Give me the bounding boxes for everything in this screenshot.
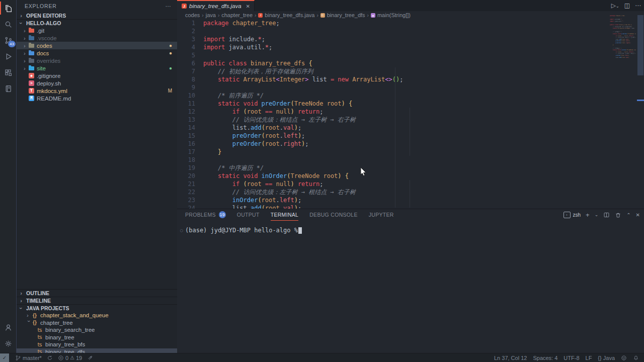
- search-activity-button[interactable]: [0, 16, 16, 32]
- extensions-activity-button[interactable]: [0, 64, 16, 80]
- code-line-15[interactable]: 15 preOrder(root.left);: [177, 132, 644, 140]
- code-line-21[interactable]: 21 if (root == null) return;: [177, 180, 644, 188]
- java-project-item-binary_tree[interactable]: ʦbinary_tree: [17, 334, 177, 341]
- java-project-label: chapter_tree: [40, 320, 73, 326]
- indentation[interactable]: Spaces: 4: [533, 355, 557, 361]
- file-tree-item-overrides[interactable]: ›overrides: [17, 57, 177, 64]
- code-line-4[interactable]: 4import java.util.*;: [177, 43, 644, 51]
- breadcrumb-item[interactable]: ◈main(String[]): [371, 12, 411, 18]
- code-line-22[interactable]: 22 // 访问优先级：左子树 → 根结点 → 右子树: [177, 188, 644, 196]
- java-project-item-chapter_tree[interactable]: ›{}chapter_tree: [17, 319, 177, 327]
- breadcrumb-item[interactable]: Jbinary_tree_dfs.java: [258, 12, 314, 18]
- code-line-10[interactable]: 10 /* 前序遍历 */: [177, 92, 644, 100]
- sync-button[interactable]: [47, 355, 53, 361]
- code-line-13[interactable]: 13 // 访问优先级：根结点 → 左子树 → 右子树: [177, 116, 644, 124]
- code-line-20[interactable]: 20 static void inOrder(TreeNode root) {: [177, 172, 644, 180]
- java-projects-section[interactable]: › JAVA PROJECTS: [17, 304, 177, 312]
- code-editor[interactable]: 1package chapter_tree;23import include.*…: [177, 19, 644, 209]
- run-debug-activity-button[interactable]: [0, 48, 16, 64]
- code-line-17[interactable]: 17 }: [177, 148, 644, 156]
- tab-binary-tree-dfs[interactable]: J binary_tree_dfs.java ✕: [177, 0, 255, 11]
- outline-section[interactable]: › OUTLINE: [17, 289, 177, 297]
- java-class-icon: ʦ: [37, 341, 43, 348]
- code-line-23[interactable]: 23 inOrder(root.left);: [177, 196, 644, 204]
- more-actions-icon[interactable]: ⋯: [635, 2, 641, 9]
- line-number: 12: [177, 108, 195, 116]
- code-line-11[interactable]: 11 static void preOrder(TreeNode root) {: [177, 100, 644, 108]
- terminal[interactable]: ○ (base) jyd@JYD-MBP hello-algo %: [180, 227, 302, 234]
- breadcrumb-item[interactable]: java: [206, 12, 216, 18]
- file-tree-item-.gitignore[interactable]: ◆.gitignore: [17, 72, 177, 79]
- sync-icon: [47, 355, 53, 361]
- notebook-activity-button[interactable]: [0, 80, 16, 97]
- file-tree-item-deploy.sh[interactable]: >deploy.sh: [17, 79, 177, 87]
- source-control-activity-button[interactable]: 43: [0, 32, 16, 48]
- split-editor-icon[interactable]: ◫: [624, 2, 630, 9]
- cursor-position[interactable]: Ln 37, Col 12: [494, 355, 527, 361]
- more-actions-icon[interactable]: ⋯: [166, 3, 171, 9]
- panel-tab-output[interactable]: OUTPUT: [237, 209, 260, 220]
- minimap[interactable]: package chapter_tree;import include.*;im…: [602, 15, 636, 61]
- breadcrumb-item[interactable]: chapter_tree: [221, 12, 253, 18]
- file-tree-item-mkdocs.yml[interactable]: Ymkdocs.ymlM: [17, 87, 177, 95]
- remote-indicator[interactable]: ✓: [0, 353, 9, 362]
- panel-tab-problems[interactable]: PROBLEMS19: [185, 209, 226, 220]
- code-line-24[interactable]: 24 list.add(root.val);: [177, 204, 644, 209]
- code-line-19[interactable]: 19 /* 中序遍历 */: [177, 164, 644, 172]
- code-line-3[interactable]: 3import include.*;: [177, 35, 644, 43]
- file-tree-item-.vscode[interactable]: ›.vscode: [17, 34, 177, 42]
- code-line-18[interactable]: 18: [177, 156, 644, 164]
- close-panel-icon[interactable]: ✕: [636, 212, 640, 218]
- explorer-activity-button[interactable]: [0, 0, 16, 16]
- git-branch-status[interactable]: master*: [15, 355, 42, 361]
- editor-scrollbar[interactable]: [637, 11, 644, 209]
- folder-icon: [29, 66, 34, 70]
- code-line-5[interactable]: 5: [177, 51, 644, 59]
- encoding[interactable]: UTF-8: [564, 355, 579, 361]
- java-project-item-binary_tree_bfs[interactable]: ʦbinary_tree_bfs: [17, 341, 177, 348]
- vscode-window: 43 EXPLORER ⋯ › OPEN EDITORS › HELLO-ALG…: [0, 0, 644, 362]
- run-button[interactable]: ▷⌄: [611, 2, 619, 9]
- shell-file-icon: >: [29, 80, 34, 86]
- code-line-7[interactable]: 7 // 初始化列表，用于存储遍历序列: [177, 67, 644, 75]
- kill-terminal-icon[interactable]: [615, 212, 621, 218]
- panel-tab-jupyter[interactable]: JUPYTER: [369, 209, 394, 220]
- file-tree-item-site[interactable]: ›site●: [17, 64, 177, 72]
- code-line-12[interactable]: 12 if (root == null) return;: [177, 108, 644, 116]
- file-tree-item-docs[interactable]: ›docs●: [17, 49, 177, 57]
- code-line-16[interactable]: 16 preOrder(root.right);: [177, 140, 644, 148]
- breadcrumb-item[interactable]: codes: [185, 12, 200, 18]
- new-terminal-icon[interactable]: +: [586, 211, 590, 219]
- code-line-1[interactable]: 1package chapter_tree;: [177, 19, 644, 27]
- code-line-6[interactable]: 6public class binary_tree_dfs {: [177, 59, 644, 67]
- file-tree-item-README.md[interactable]: MREADME.md: [17, 95, 177, 102]
- panel-tab-debug-console[interactable]: DEBUG CONSOLE: [309, 209, 358, 220]
- terminal-dropdown-icon[interactable]: ⌄: [595, 212, 599, 217]
- code-line-2[interactable]: 2: [177, 27, 644, 35]
- panel-tab-terminal[interactable]: TERMINAL: [271, 209, 299, 221]
- maximize-panel-icon[interactable]: ⌃: [626, 212, 630, 218]
- workspace-root-section[interactable]: › HELLO-ALGO: [17, 19, 177, 27]
- settings-activity-button[interactable]: [0, 335, 16, 351]
- close-tab-icon[interactable]: ✕: [246, 4, 250, 9]
- shell-label[interactable]: zsh: [573, 212, 581, 218]
- code-line-9[interactable]: 9: [177, 83, 644, 92]
- split-terminal-icon[interactable]: [603, 212, 610, 218]
- account-activity-button[interactable]: [0, 319, 16, 335]
- java-project-item-binary_search_tree[interactable]: ʦbinary_search_tree: [17, 326, 177, 334]
- language-mode[interactable]: {} Java: [598, 355, 615, 361]
- problems-status[interactable]: 0 ⚠ 19: [58, 355, 82, 361]
- feedback-button[interactable]: [621, 355, 627, 361]
- code-line-14[interactable]: 14 list.add(root.val);: [177, 124, 644, 132]
- notifications-button[interactable]: [633, 355, 639, 361]
- timeline-section[interactable]: › TIMELINE: [17, 297, 177, 304]
- java-rocket-status[interactable]: [87, 355, 93, 361]
- java-project-item-chapter_stack_and_queue[interactable]: ›{}chapter_stack_and_queue: [17, 312, 177, 319]
- file-tree-item-.git[interactable]: ›.git: [17, 27, 177, 34]
- file-tree-item-codes[interactable]: ›codes●: [17, 42, 177, 49]
- open-editors-section[interactable]: › OPEN EDITORS: [17, 12, 177, 19]
- breadcrumb-item[interactable]: Cbinary_tree_dfs: [320, 12, 365, 18]
- scrollbar-slider[interactable]: [637, 15, 643, 75]
- eol-selector[interactable]: LF: [586, 355, 592, 361]
- code-line-8[interactable]: 8 static ArrayList<Integer> list = new A…: [177, 75, 644, 83]
